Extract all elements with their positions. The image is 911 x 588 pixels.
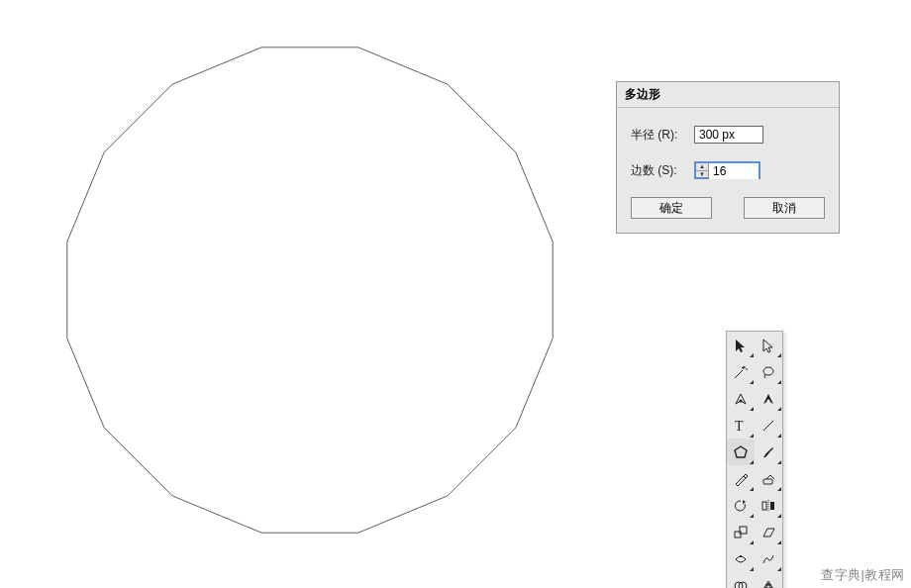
- type-tool[interactable]: T: [727, 412, 755, 439]
- rotate-tool[interactable]: [727, 492, 755, 519]
- cancel-button[interactable]: 取消: [744, 197, 825, 219]
- watermark-text: 查字典|教程网: [821, 566, 905, 584]
- radius-label: 半径 (R):: [631, 127, 694, 144]
- ok-button[interactable]: 确定: [631, 197, 712, 219]
- svg-marker-7: [735, 446, 747, 457]
- add-anchor-tool[interactable]: [755, 385, 782, 412]
- reflect-tool[interactable]: [755, 492, 782, 519]
- perspective-grid-tool[interactable]: [755, 572, 782, 588]
- svg-point-14: [740, 555, 742, 557]
- sides-stepper[interactable]: ▲ ▼: [694, 161, 760, 179]
- svg-rect-10: [770, 502, 774, 510]
- paintbrush-tool[interactable]: [755, 439, 782, 465]
- eraser-tool[interactable]: [755, 465, 782, 492]
- canvas-area: [0, 0, 594, 588]
- scale-tool[interactable]: [727, 519, 755, 545]
- svg-rect-9: [762, 502, 766, 510]
- svg-marker-0: [67, 48, 553, 533]
- direct-selection-tool[interactable]: [755, 332, 782, 358]
- svg-point-1: [743, 366, 745, 368]
- lasso-tool[interactable]: [755, 358, 782, 385]
- polygon-shape: [57, 38, 562, 542]
- dialog-body: 半径 (R): 边数 (S): ▲ ▼ 确定 取消: [617, 108, 839, 233]
- width-tool[interactable]: [727, 545, 755, 572]
- tools-panel: T: [726, 331, 783, 588]
- svg-line-6: [763, 421, 773, 431]
- shear-tool[interactable]: [755, 519, 782, 545]
- line-segment-tool[interactable]: [755, 412, 782, 439]
- pencil-tool[interactable]: [727, 465, 755, 492]
- selection-tool[interactable]: [727, 332, 755, 358]
- stepper-down-icon[interactable]: ▼: [696, 171, 708, 178]
- svg-rect-8: [763, 479, 772, 484]
- polygon-dialog: 多边形 半径 (R): 边数 (S): ▲ ▼ 确定 取消: [616, 81, 840, 234]
- dialog-buttons: 确定 取消: [631, 197, 825, 219]
- stepper-up-icon[interactable]: ▲: [696, 163, 708, 171]
- polygon-tool[interactable]: [727, 439, 755, 465]
- sides-row: 边数 (S): ▲ ▼: [631, 161, 825, 179]
- svg-point-2: [763, 367, 773, 375]
- svg-text:T: T: [735, 419, 744, 434]
- shape-builder-tool[interactable]: [727, 572, 755, 588]
- sides-label: 边数 (S):: [631, 162, 694, 179]
- radius-input[interactable]: [694, 126, 763, 144]
- radius-row: 半径 (R):: [631, 126, 825, 144]
- dialog-title: 多边形: [617, 82, 839, 108]
- svg-point-4: [767, 399, 770, 402]
- warp-tool[interactable]: [755, 545, 782, 572]
- pen-tool[interactable]: [727, 385, 755, 412]
- svg-point-3: [740, 399, 743, 402]
- magic-wand-tool[interactable]: [727, 358, 755, 385]
- sides-input[interactable]: [709, 163, 759, 179]
